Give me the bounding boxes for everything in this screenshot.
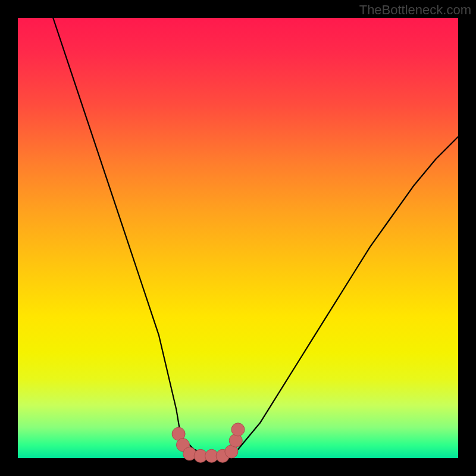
bottleneck-curve xyxy=(53,18,458,458)
chart-overlay xyxy=(18,18,458,458)
optimal-zone-markers xyxy=(172,423,245,462)
optimal-marker xyxy=(231,423,245,436)
attribution-watermark: TheBottleneck.com xyxy=(359,2,471,18)
